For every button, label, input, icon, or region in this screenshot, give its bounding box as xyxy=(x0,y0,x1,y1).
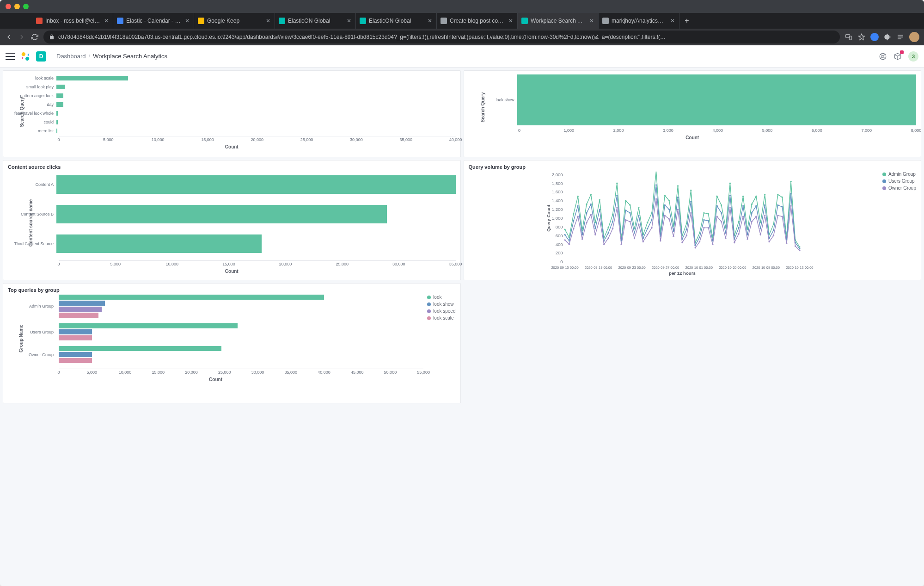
x-axis-label: Count xyxy=(8,377,423,382)
svg-point-36 xyxy=(646,222,648,223)
bar-segment[interactable] xyxy=(59,346,221,351)
legend-item[interactable]: look speed xyxy=(427,308,455,314)
help-icon[interactable] xyxy=(879,52,887,61)
svg-point-34 xyxy=(638,207,639,208)
tab-close-icon[interactable]: ✕ xyxy=(508,18,514,24)
bar-segment[interactable] xyxy=(59,335,92,340)
x-axis-label: Count xyxy=(469,135,917,140)
bar-row[interactable]: Content A xyxy=(59,172,456,197)
svg-text:800: 800 xyxy=(555,224,563,229)
browser-tab[interactable]: ElasticON Global✕ xyxy=(356,13,437,29)
svg-point-66 xyxy=(777,194,778,195)
x-tick: 3,000 xyxy=(663,128,673,133)
browser-tab[interactable]: markjhoy/AnalyticsGenerator✕ xyxy=(599,13,679,29)
bar-segment[interactable] xyxy=(59,307,102,312)
reload-button[interactable] xyxy=(31,33,39,41)
bar-row[interactable]: fear travel look whole xyxy=(59,110,456,117)
window-maximize[interactable] xyxy=(23,4,29,9)
newsfeed-icon[interactable] xyxy=(893,52,902,61)
new-tab-button[interactable]: + xyxy=(679,13,694,29)
x-tick: 8,000 xyxy=(911,128,922,133)
bar-row[interactable]: could xyxy=(59,118,456,126)
svg-point-62 xyxy=(759,222,761,223)
svg-point-176 xyxy=(777,215,778,216)
bar-segment[interactable] xyxy=(59,358,92,363)
forward-button[interactable] xyxy=(18,33,26,41)
star-icon[interactable] xyxy=(857,33,866,41)
browser-tab[interactable]: ElasticON Global✕ xyxy=(275,13,356,29)
tab-close-icon[interactable]: ✕ xyxy=(104,18,109,24)
svg-point-107 xyxy=(716,205,717,207)
bar-row[interactable]: pattern anger look xyxy=(59,92,456,99)
extension-icon[interactable] xyxy=(870,33,879,41)
space-selector[interactable]: D xyxy=(36,51,46,62)
bar-row[interactable]: look show xyxy=(520,74,917,125)
svg-point-120 xyxy=(772,229,774,231)
window-close[interactable] xyxy=(6,4,11,9)
legend-item[interactable]: Admin Group xyxy=(882,172,916,177)
notification-count[interactable]: 3 xyxy=(908,51,918,62)
svg-point-95 xyxy=(664,204,665,206)
bar-segment[interactable] xyxy=(59,313,98,318)
x-tick: 30,000 xyxy=(392,262,405,266)
svg-point-113 xyxy=(742,205,743,207)
svg-point-160 xyxy=(707,227,709,228)
browser-tab[interactable]: Inbox - ross.bell@elastic.co -✕ xyxy=(32,13,113,29)
legend-item[interactable]: Users Group xyxy=(882,179,916,184)
bar-segment[interactable] xyxy=(59,301,105,306)
bar-row[interactable]: Third Content Source xyxy=(59,231,456,257)
panel-content-source-clicks: Content source clicks Content source nam… xyxy=(3,160,461,280)
svg-point-72 xyxy=(564,234,565,235)
svg-point-46 xyxy=(690,190,691,191)
svg-point-131 xyxy=(581,238,582,240)
tab-close-icon[interactable]: ✕ xyxy=(265,18,271,24)
reading-list-icon[interactable] xyxy=(896,33,905,41)
bar-row[interactable]: day xyxy=(59,101,456,108)
bar-segment[interactable] xyxy=(59,329,92,334)
svg-point-32 xyxy=(629,204,630,206)
group-row[interactable]: Admin Group xyxy=(59,295,423,318)
tab-close-icon[interactable]: ✕ xyxy=(427,18,433,24)
svg-point-49 xyxy=(703,212,704,214)
bar-row[interactable]: small look play xyxy=(59,83,456,91)
browser-tab[interactable]: Google Keep✕ xyxy=(194,13,275,29)
back-button[interactable] xyxy=(5,33,13,41)
window-minimize[interactable] xyxy=(14,4,20,9)
tab-close-icon[interactable]: ✕ xyxy=(346,18,352,24)
legend-item[interactable]: look xyxy=(427,295,455,300)
browser-tab[interactable]: Elastic - Calendar - Week of D✕ xyxy=(113,13,194,29)
nav-toggle[interactable] xyxy=(6,53,15,60)
category-label: day xyxy=(8,102,56,107)
elastic-logo-icon[interactable] xyxy=(20,51,31,62)
bar-segment[interactable] xyxy=(59,323,238,328)
category-label: look scale xyxy=(8,76,56,80)
breadcrumb-root[interactable]: Dashboard xyxy=(56,53,86,60)
bar-row[interactable]: mere list xyxy=(59,127,456,135)
svg-point-3 xyxy=(25,56,29,60)
svg-point-134 xyxy=(594,234,596,235)
bar-row[interactable]: look scale xyxy=(59,74,456,82)
tab-label: Google Keep xyxy=(207,18,263,24)
group-row[interactable]: Owner Group xyxy=(59,346,423,363)
browser-tab[interactable]: Workplace Search Analytics -✕ xyxy=(518,13,599,29)
svg-point-140 xyxy=(620,244,622,245)
tab-close-icon[interactable]: ✕ xyxy=(670,18,675,24)
group-row[interactable]: Users Group xyxy=(59,323,423,340)
legend-item[interactable]: look show xyxy=(427,302,455,307)
profile-avatar[interactable] xyxy=(909,32,919,42)
devices-icon[interactable] xyxy=(844,33,853,41)
bar-segment[interactable] xyxy=(59,295,324,300)
svg-point-24 xyxy=(594,222,596,223)
address-bar[interactable]: c078d4d848dc42b19f4f318a002ba703.us-cent… xyxy=(43,31,840,43)
tab-close-icon[interactable]: ✕ xyxy=(589,18,594,24)
browser-tab[interactable]: Create blog post content to ill✕ xyxy=(437,13,518,29)
bar-segment[interactable] xyxy=(59,352,92,357)
svg-point-28 xyxy=(612,214,613,215)
legend-item[interactable]: look scale xyxy=(427,315,455,321)
legend-item[interactable]: Owner Group xyxy=(882,185,916,191)
tab-close-icon[interactable]: ✕ xyxy=(184,18,190,24)
extensions-icon[interactable] xyxy=(883,33,892,41)
svg-text:2,000: 2,000 xyxy=(551,172,563,177)
bar-row[interactable]: Content Source B xyxy=(59,201,456,227)
category-label: small look play xyxy=(8,85,56,89)
